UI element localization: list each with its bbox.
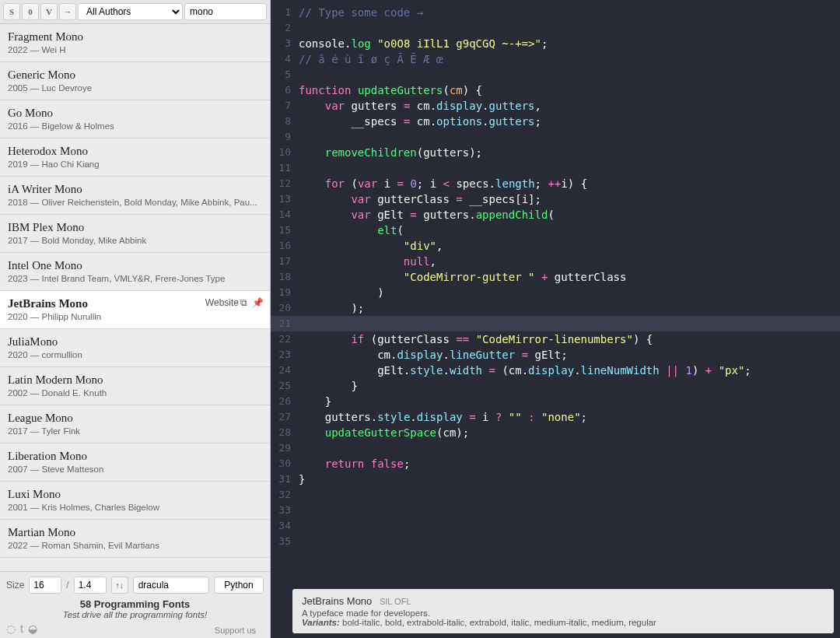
- tumblr-icon[interactable]: t: [20, 622, 23, 635]
- author-filter-select[interactable]: All Authors: [78, 3, 183, 20]
- font-item-name: iA Writer Mono: [8, 183, 262, 196]
- font-item-meta: 2022 — Wei H: [8, 45, 262, 54]
- next-font-button[interactable]: →: [59, 3, 76, 20]
- font-item[interactable]: Martian Mono 2022 — Roman Shamin, Evil M…: [0, 520, 270, 558]
- line-number: 14: [271, 207, 299, 223]
- code-line[interactable]: 10 removeChildren(gutters);: [271, 145, 840, 160]
- code-content: );: [299, 300, 364, 316]
- font-item[interactable]: Heterodox Mono 2019 — Hao Chi Kiang: [0, 138, 270, 177]
- code-line[interactable]: 15 elt(: [271, 223, 840, 238]
- line-number: 13: [271, 191, 299, 207]
- code-line[interactable]: 33: [271, 503, 840, 518]
- line-number: 26: [271, 394, 299, 409]
- strikethrough-toggle[interactable]: S: [3, 3, 20, 20]
- font-item[interactable]: Go Mono 2016 — Bigelow & Holmes: [0, 100, 270, 138]
- font-item[interactable]: iA Writer Mono 2018 — Oliver Reichenstei…: [0, 177, 270, 215]
- font-item[interactable]: Liberation Mono 2007 — Steve Matteson: [0, 443, 270, 482]
- font-item[interactable]: Generic Mono 2005 — Luc Devroye: [0, 62, 270, 100]
- code-line[interactable]: 11: [271, 160, 840, 176]
- spacing-input[interactable]: [74, 577, 107, 594]
- code-content: return false;: [299, 456, 410, 471]
- code-line[interactable]: 1// Type some code →: [271, 5, 840, 20]
- size-input[interactable]: [29, 577, 61, 594]
- github-icon[interactable]: ◌: [6, 622, 16, 635]
- pin-icon[interactable]: 📌: [252, 297, 264, 308]
- code-line[interactable]: 35: [271, 534, 840, 549]
- code-line[interactable]: 28 updateGutterSpace(cm);: [271, 425, 840, 440]
- line-number: 2: [271, 20, 299, 36]
- line-number: 23: [271, 347, 299, 363]
- font-item[interactable]: Fragment Mono 2022 — Wei H: [0, 24, 270, 62]
- code-line[interactable]: 6function updateGutters(cm) {: [271, 82, 840, 98]
- code-line[interactable]: 2: [271, 20, 840, 36]
- code-line[interactable]: 29: [271, 440, 840, 456]
- line-number: 6: [271, 82, 299, 98]
- font-item[interactable]: JetBrains Mono 2020 — Philipp Nurullin W…: [0, 291, 270, 329]
- code-line[interactable]: 34: [271, 518, 840, 534]
- line-number: 24: [271, 363, 299, 378]
- code-line[interactable]: 22 if (gutterClass == "CodeMirror-linenu…: [271, 331, 840, 347]
- line-number: 21: [271, 316, 299, 331]
- code-line[interactable]: 23 cm.display.lineGutter = gElt;: [271, 347, 840, 363]
- code-line[interactable]: 5: [271, 67, 840, 82]
- line-number: 8: [271, 114, 299, 129]
- language-select[interactable]: Python: [214, 577, 264, 594]
- font-search-input[interactable]: [184, 3, 267, 20]
- font-list[interactable]: Fragment Mono 2022 — Wei HGeneric Mono 2…: [0, 24, 270, 571]
- code-line[interactable]: 3console.log "o0O8 iIlL1 g9qCGQ ~-+=>";: [271, 36, 840, 51]
- variant-toggle[interactable]: V: [40, 3, 58, 20]
- font-item-name: Fragment Mono: [8, 30, 262, 44]
- font-item[interactable]: Latin Modern Mono 2002 — Donald E. Knuth: [0, 367, 270, 405]
- code-content: null,: [299, 254, 436, 269]
- editor-pane: 1// Type some code →23console.log "o0O8 …: [271, 0, 840, 638]
- line-number: 9: [271, 129, 299, 145]
- code-line[interactable]: 16 "div",: [271, 238, 840, 254]
- code-line[interactable]: 24 gElt.style.width = (cm.display.lineNu…: [271, 363, 840, 378]
- zero-style-toggle[interactable]: 0: [22, 3, 39, 20]
- font-item-meta: 2007 — Steve Matteson: [8, 464, 262, 474]
- code-line[interactable]: 18 "CodeMirror-gutter " + gutterClass: [271, 269, 840, 285]
- code-editor[interactable]: 1// Type some code →23console.log "o0O8 …: [271, 0, 840, 584]
- font-item-name: Intel One Mono: [8, 259, 262, 272]
- code-content: gElt.style.width = (cm.display.lineNumWi…: [299, 363, 751, 378]
- font-item[interactable]: IBM Plex Mono 2017 — Bold Monday, Mike A…: [0, 215, 270, 253]
- tagline-sub: Test drive all the programming fonts!: [6, 610, 264, 619]
- code-content: var gutterClass = __specs[i];: [299, 191, 541, 207]
- font-item-meta: 2017 — Tyler Fink: [8, 426, 262, 436]
- code-line[interactable]: 17 null,: [271, 254, 840, 269]
- code-content: // Type some code →: [299, 5, 423, 20]
- code-line[interactable]: 4// â é ù ï ø ç Ã Ē Æ œ: [271, 51, 840, 67]
- font-item-meta: 2005 — Luc Devroye: [8, 83, 262, 93]
- font-website-link[interactable]: Website ⧉: [205, 297, 247, 308]
- code-line[interactable]: 27 gutters.style.display = i ? "" : "non…: [271, 409, 840, 425]
- font-item-meta: 2020 — cormullion: [8, 350, 262, 359]
- code-line[interactable]: 9: [271, 129, 840, 145]
- code-content: __specs = cm.options.gutters;: [299, 114, 541, 129]
- font-item[interactable]: Luxi Mono 2001 — Kris Holmes, Charles Bi…: [0, 482, 270, 520]
- code-content: removeChildren(gutters);: [299, 145, 482, 160]
- code-content: console.log "o0O8 iIlL1 g9qCGQ ~-+=>";: [299, 36, 548, 51]
- font-item[interactable]: Intel One Mono 2023 — Intel Brand Team, …: [0, 253, 270, 291]
- code-line[interactable]: 19 ): [271, 285, 840, 300]
- code-line[interactable]: 20 );: [271, 300, 840, 316]
- code-line[interactable]: 32: [271, 487, 840, 503]
- code-line[interactable]: 26 }: [271, 394, 840, 409]
- font-item[interactable]: JuliaMono 2020 — cormullion: [0, 329, 270, 367]
- code-line[interactable]: 14 var gElt = gutters.appendChild(: [271, 207, 840, 223]
- code-line[interactable]: 12 for (var i = 0; i < specs.length; ++i…: [271, 176, 840, 191]
- discord-icon[interactable]: ◒: [28, 622, 37, 635]
- code-line[interactable]: 7 var gutters = cm.display.gutters,: [271, 98, 840, 114]
- font-item-meta: 2002 — Donald E. Knuth: [8, 388, 262, 398]
- code-line[interactable]: 8 __specs = cm.options.gutters;: [271, 114, 840, 129]
- code-line[interactable]: 30 return false;: [271, 456, 840, 471]
- font-item[interactable]: League Mono 2017 — Tyler Fink: [0, 405, 270, 443]
- support-link[interactable]: Support us: [215, 626, 256, 635]
- code-line[interactable]: 31}: [271, 471, 840, 487]
- code-line[interactable]: 21: [271, 316, 840, 331]
- code-line[interactable]: 25 }: [271, 378, 840, 394]
- sort-toggle[interactable]: ↑↓: [111, 577, 128, 594]
- line-number: 12: [271, 176, 299, 191]
- font-info-bar: JetBrains Mono SIL OFL A typeface made f…: [292, 589, 834, 633]
- code-line[interactable]: 13 var gutterClass = __specs[i];: [271, 191, 840, 207]
- theme-select[interactable]: [133, 577, 209, 594]
